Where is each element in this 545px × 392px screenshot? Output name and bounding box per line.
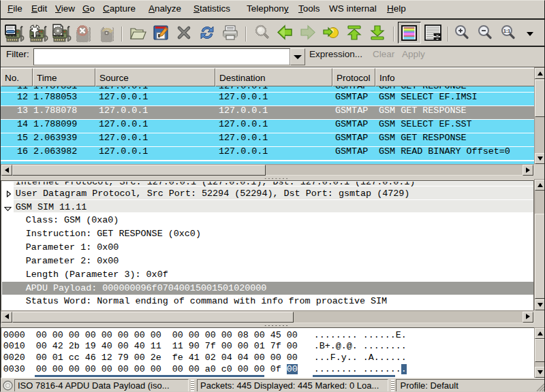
svg-text:1:1: 1:1 <box>503 29 510 33</box>
